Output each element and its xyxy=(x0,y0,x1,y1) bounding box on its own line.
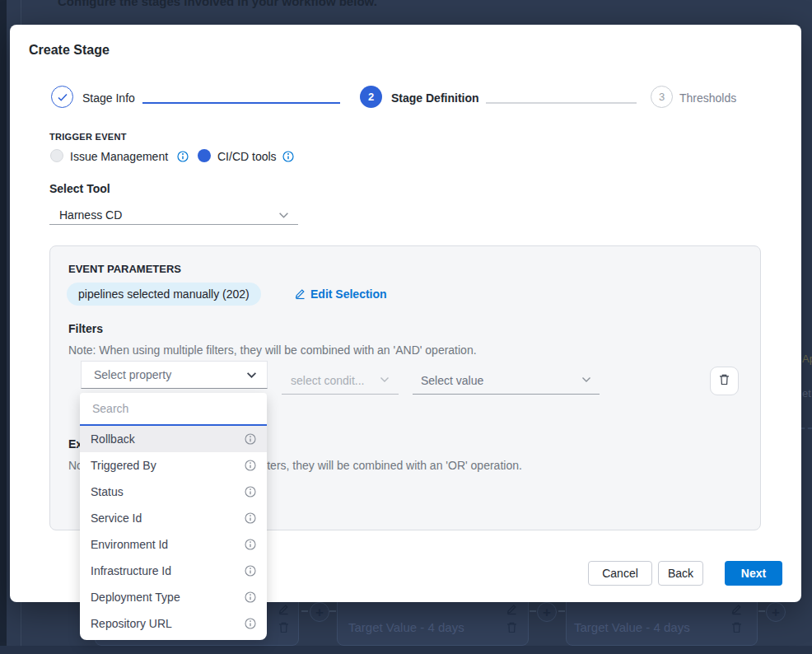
dropdown-item-label: Service Id xyxy=(91,512,142,525)
select-value-combobox[interactable]: Select value xyxy=(421,374,483,387)
radio-issue-management-label[interactable]: Issue Management xyxy=(70,150,168,163)
dropdown-item-label: Repository URL xyxy=(91,617,172,630)
dropdown-item-label: Deployment Type xyxy=(91,591,180,604)
step-stage-definition-label: Stage Definition xyxy=(391,91,479,105)
info-icon[interactable] xyxy=(245,460,256,471)
edit-selection-link[interactable]: Edit Selection xyxy=(310,287,387,301)
step-number: 3 xyxy=(659,91,665,103)
plus-icon: + xyxy=(310,602,329,622)
dashed-connector xyxy=(558,610,565,612)
step-stage-info-circle[interactable] xyxy=(51,86,73,108)
dashed-connector xyxy=(530,610,536,612)
chevron-down-icon xyxy=(246,371,257,379)
radio-issue-management[interactable] xyxy=(50,149,63,162)
dashed-connector xyxy=(301,610,308,612)
select-property-combobox[interactable]: Select property xyxy=(81,361,268,389)
chevron-down-icon[interactable] xyxy=(278,212,289,219)
selection-badge: pipelines selected manually (202) xyxy=(67,283,261,306)
dashed-connector xyxy=(758,610,765,612)
property-dropdown-menu: Rollback Triggered By Status Service Id … xyxy=(80,393,267,640)
cancel-button[interactable]: Cancel xyxy=(588,561,652,586)
modal-title: Create Stage xyxy=(29,43,110,58)
dropdown-item-label: Status xyxy=(91,485,124,498)
event-parameters-heading: EVENT PARAMETERS xyxy=(68,263,181,275)
backdrop-card-label: Target Value - 4 days xyxy=(574,620,690,634)
info-icon[interactable] xyxy=(177,151,189,162)
radio-cicd-tools-label[interactable]: CI/CD tools xyxy=(217,150,277,163)
select-tool-value[interactable]: Harness CD xyxy=(59,208,122,222)
trigger-event-heading: TRIGGER EVENT xyxy=(49,132,127,142)
dashed-connector xyxy=(800,427,812,429)
step-number: 2 xyxy=(368,91,374,103)
edit-pencil-icon xyxy=(294,287,306,302)
step-stage-info-label: Stage Info xyxy=(82,91,135,105)
info-icon[interactable] xyxy=(245,618,256,629)
info-icon[interactable] xyxy=(245,433,256,445)
edit-pencil-icon xyxy=(730,603,743,618)
dropdown-item-label: Rollback xyxy=(91,432,135,446)
dropdown-item-infrastructure-id[interactable]: Infrastructure Id xyxy=(80,558,267,584)
step-thresholds-label: Thresholds xyxy=(679,91,736,105)
dropdown-item-triggered-by[interactable]: Triggered By xyxy=(80,452,267,479)
dropdown-item-status[interactable]: Status xyxy=(80,479,267,505)
select-value-underline xyxy=(413,394,600,395)
search-input[interactable] xyxy=(91,401,256,416)
info-icon[interactable] xyxy=(245,565,256,577)
dropdown-search xyxy=(80,393,267,426)
select-tool-label: Select Tool xyxy=(49,182,110,195)
back-button[interactable]: Back xyxy=(658,561,703,586)
dashed-connector xyxy=(329,610,336,612)
trash-icon xyxy=(718,373,730,389)
select-property-placeholder: Select property xyxy=(94,368,171,381)
step-thresholds-circle[interactable]: 3 xyxy=(651,86,673,108)
create-stage-screen: Configure the stages involved in your wo… xyxy=(0,0,812,654)
backdrop-card-label: Target Value - 4 days xyxy=(348,620,464,634)
delete-filter-button[interactable] xyxy=(710,367,739,395)
edit-pencil-icon xyxy=(278,603,290,618)
info-icon[interactable] xyxy=(245,591,256,603)
dropdown-item-environment-id[interactable]: Environment Id xyxy=(80,531,267,558)
select-condition-underline xyxy=(282,394,399,395)
dropdown-item-label: Triggered By xyxy=(91,459,156,472)
backdrop-fragment: Ap xyxy=(802,353,812,365)
plus-icon: + xyxy=(766,602,786,622)
info-icon[interactable] xyxy=(245,539,256,550)
trash-icon xyxy=(730,621,743,637)
check-icon xyxy=(57,92,68,102)
next-button[interactable]: Next xyxy=(725,561,782,586)
edit-pencil-icon xyxy=(506,603,518,618)
info-icon[interactable] xyxy=(245,512,256,524)
backdrop-left-strip xyxy=(0,0,7,654)
radio-cicd-tools[interactable] xyxy=(198,149,211,162)
dropdown-item-rollback[interactable]: Rollback xyxy=(80,426,267,452)
select-condition-combobox[interactable]: select condit... xyxy=(291,374,365,387)
backdrop-heading: Configure the stages involved in your wo… xyxy=(58,0,377,8)
stepper-connector xyxy=(486,102,637,104)
chevron-down-icon[interactable] xyxy=(581,376,591,383)
backdrop-fragment: et xyxy=(802,387,811,399)
filters-heading: Filters xyxy=(68,322,103,335)
info-icon[interactable] xyxy=(245,486,256,498)
dropdown-item-repository-url[interactable]: Repository URL xyxy=(80,610,267,637)
plus-icon: + xyxy=(537,602,557,622)
select-tool-underline xyxy=(49,224,298,225)
trash-icon xyxy=(278,621,290,637)
dropdown-item-label: Environment Id xyxy=(91,538,168,551)
step-stage-definition-circle[interactable]: 2 xyxy=(360,86,382,108)
chevron-down-icon[interactable] xyxy=(380,376,390,383)
dropdown-item-deployment-type[interactable]: Deployment Type xyxy=(80,584,267,610)
filters-note: Note: When using multiple filters, they … xyxy=(68,343,477,357)
dropdown-item-label: Infrastructure Id xyxy=(91,564,171,577)
stepper-connector xyxy=(142,102,340,104)
dropdown-item-service-id[interactable]: Service Id xyxy=(80,505,267,531)
info-icon[interactable] xyxy=(282,151,294,162)
backdrop-bottom-bar xyxy=(0,646,812,654)
trash-icon xyxy=(506,621,518,637)
